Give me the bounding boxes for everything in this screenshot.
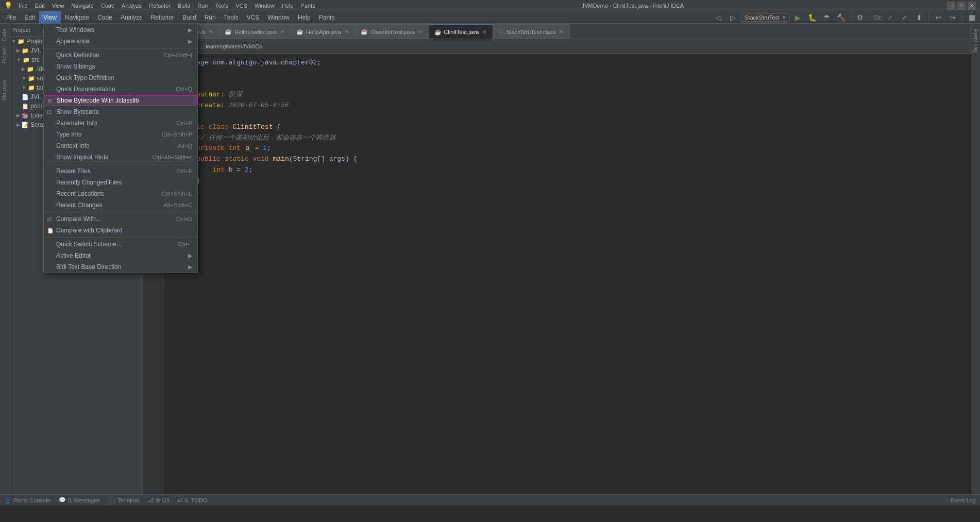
status-messages[interactable]: 💬 0: Messages — [59, 497, 100, 503]
back-button[interactable]: ◁ — [712, 11, 724, 24]
tab-close-button[interactable]: ✕ — [558, 29, 564, 35]
event-log-label: Event Log — [950, 497, 976, 503]
menu-run[interactable]: Run — [200, 11, 220, 24]
tab-clinittest[interactable]: ☕ ClinitTest.java ✕ — [429, 24, 494, 39]
menu-item-build[interactable]: Build — [175, 3, 193, 9]
vm-quick-definition[interactable]: Quick Definition Ctrl+Shift+I — [44, 49, 197, 61]
vm-context-info[interactable]: Context Info Alt+Q — [44, 140, 197, 151]
coverage-button[interactable]: ☂ — [821, 11, 833, 24]
vm-type-info[interactable]: Type Info Ctrl+Shift+P — [44, 129, 197, 140]
run-button[interactable]: ▶ — [792, 11, 804, 24]
vm-quick-switch[interactable]: Quick Switch Scheme... Ctrl+` — [44, 239, 197, 250]
window-controls: — □ ✕ — [947, 2, 976, 10]
git-push-button[interactable]: ⬆ — [913, 11, 925, 24]
git-check-button[interactable]: ✓ — [884, 11, 897, 24]
minimize-button[interactable]: — — [947, 2, 955, 10]
forward-button[interactable]: ▷ — [726, 11, 739, 24]
menu-analyze[interactable]: Analyze — [116, 11, 147, 24]
menu-item-help[interactable]: Help — [279, 3, 297, 9]
menu-refactor[interactable]: Refactor — [147, 11, 178, 24]
vm-separator — [44, 164, 197, 164]
vm-quick-type[interactable]: Quick Type Definition — [44, 72, 197, 83]
vm-parameter-info[interactable]: Parameter Info Ctrl+P — [44, 117, 197, 129]
menu-edit[interactable]: Edit — [20, 11, 39, 24]
menu-vcs[interactable]: VCS — [243, 11, 264, 24]
run-config-selector[interactable]: StackStruTest ▼ — [741, 13, 790, 22]
status-event-log[interactable]: Event Log — [950, 497, 976, 503]
vm-recent-files[interactable]: Recent Files Ctrl+E — [44, 165, 197, 177]
undo-button[interactable]: ↩ — [932, 11, 944, 24]
right-tab-eventlog[interactable]: Event Log — [972, 26, 979, 55]
tab-bar: ☕ StackStruTest.java ✕ ☕ HelloLoader.jav… — [143, 24, 971, 39]
tab-helloloader[interactable]: ☕ HelloLoader.java ✕ — [219, 24, 291, 39]
menu-view[interactable]: View — [39, 11, 61, 24]
tab-close-button[interactable]: ✕ — [344, 29, 350, 35]
side-tab-project[interactable]: Project — [1, 44, 8, 66]
layout-button[interactable]: ▦ — [966, 11, 978, 24]
settings-button[interactable]: ⚙ — [854, 11, 867, 24]
vm-bidi-text[interactable]: Bidi Text Base Direction ▶ — [44, 261, 197, 273]
menu-item-view[interactable]: View — [49, 3, 67, 9]
menu-file[interactable]: File — [2, 11, 20, 24]
status-terminal[interactable]: ⬛ Terminal — [108, 497, 139, 503]
menu-item-vcs[interactable]: VCS — [232, 3, 250, 9]
vm-compare-with[interactable]: ⇄ Compare With... Ctrl+D — [44, 213, 197, 225]
code-content[interactable]: package com.atguigu.java.chapter02; /** … — [174, 54, 971, 494]
side-tab-code[interactable]: Code — [1, 26, 8, 44]
java-file-icon: ☕ — [361, 28, 368, 35]
vm-active-editor[interactable]: Active Editor ▶ — [44, 250, 197, 261]
debug-button[interactable]: 🐛 — [806, 11, 819, 24]
run-config-dropdown-icon[interactable]: ▼ — [782, 15, 786, 20]
menu-item-navigate[interactable]: Navigate — [68, 3, 96, 9]
tab-close-button[interactable]: ✕ — [279, 29, 285, 35]
menu-item-pants[interactable]: Pants — [298, 3, 318, 9]
tab-close-button[interactable]: ✕ — [208, 29, 214, 35]
git-icon: ⎇ — [147, 497, 154, 503]
vm-show-siblings[interactable]: Show Siblings — [44, 61, 197, 72]
menu-item-file[interactable]: File — [15, 3, 31, 9]
menu-item-window[interactable]: Window — [251, 3, 278, 9]
menu-navigate[interactable]: Navigate — [61, 11, 93, 24]
vm-tool-windows[interactable]: Tool Windows ▶ — [44, 24, 197, 36]
vm-appearance[interactable]: Appearance ▶ — [44, 36, 197, 47]
build-button[interactable]: 🔨 — [835, 11, 848, 24]
vm-show-implicit-hints[interactable]: Show Implicit Hints Ctrl+Alt+Shift+= — [44, 151, 197, 163]
tab-close-button[interactable]: ✕ — [417, 29, 424, 35]
menu-pants[interactable]: Pants — [315, 11, 339, 24]
tab-close-button[interactable]: ✕ — [481, 29, 487, 35]
menu-item-tools[interactable]: Tools — [212, 3, 231, 9]
git-commit-button[interactable]: ✔ — [899, 11, 911, 24]
chevron-icon: ▶ — [22, 66, 25, 72]
menu-item-analyze[interactable]: Analyze — [119, 3, 145, 9]
close-button[interactable]: ✕ — [968, 2, 976, 10]
vm-separator — [44, 48, 197, 48]
vm-show-bytecode[interactable]: ⊟ Show Bytecode — [44, 106, 197, 117]
maximize-button[interactable]: □ — [957, 2, 966, 10]
menu-item-run[interactable]: Run — [194, 3, 211, 9]
status-pants-console[interactable]: 👖 Pants Console — [4, 497, 50, 503]
vm-quick-doc[interactable]: Quick Documentation Ctrl+Q — [44, 83, 197, 95]
editor-area: ☕ StackStruTest.java ✕ ☕ HelloLoader.jav… — [143, 24, 971, 494]
menu-code[interactable]: Code — [93, 11, 116, 24]
vm-show-bytecode-jclasslib[interactable]: ⊞ Show Bytecode With Jclasslib — [44, 95, 197, 106]
tab-stackstruclass[interactable]: ⬡ StackStruTest.class ✕ — [493, 24, 570, 39]
status-todo[interactable]: ☑ 6: TODO — [178, 497, 208, 503]
menu-tools[interactable]: Tools — [220, 11, 243, 24]
menu-build[interactable]: Build — [178, 11, 200, 24]
vm-compare-clipboard[interactable]: 📋 Compare with Clipboard — [44, 225, 197, 236]
menu-item-refactor[interactable]: Refactor — [146, 3, 174, 9]
tab-classinitTest[interactable]: ☕ ClassInitTest.java ✕ — [356, 24, 429, 39]
menu-window[interactable]: Window — [263, 11, 294, 24]
side-tab-structure[interactable]: Structure — [1, 77, 8, 104]
vm-recent-locations[interactable]: Recent Locations Ctrl+Shift+E — [44, 188, 197, 199]
redo-button[interactable]: ↪ — [947, 11, 959, 24]
vm-recently-changed[interactable]: Recently Changed Files — [44, 177, 197, 188]
menu-item-code[interactable]: Code — [98, 3, 117, 9]
status-git[interactable]: ⎇ 9: Git — [147, 497, 170, 503]
menu-help[interactable]: Help — [294, 11, 315, 24]
code-editor[interactable]: 1 2 3 4 5 6 7 8 9 10 11 12 13 14 ≡ — [143, 54, 971, 494]
menu-item-edit[interactable]: Edit — [32, 3, 48, 9]
tab-helloapp[interactable]: ☕ HelloApp.java ✕ — [291, 24, 356, 39]
vm-recent-changes[interactable]: Recent Changes Alt+Shift+C — [44, 199, 197, 211]
view-dropdown-menu: Tool Windows ▶ Appearance ▶ Quick Defini… — [43, 24, 198, 273]
